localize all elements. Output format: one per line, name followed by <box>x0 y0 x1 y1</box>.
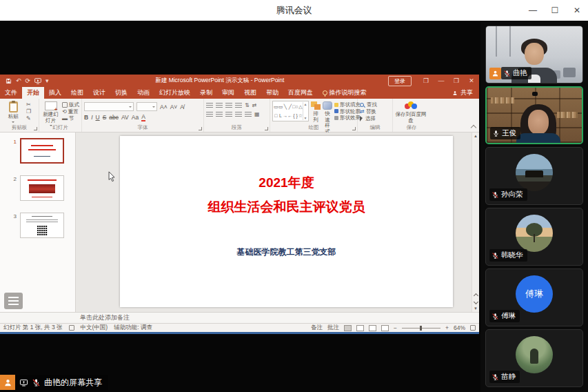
layout-button[interactable]: 版式 <box>62 102 79 108</box>
gallery-scroll[interactable]: ▲▼ <box>303 102 307 120</box>
save-icon[interactable] <box>6 78 12 84</box>
columns-icon[interactable] <box>245 112 252 117</box>
tab-view[interactable]: 视图 <box>239 87 261 99</box>
change-case-button[interactable]: Aa <box>132 114 139 121</box>
share-button[interactable]: 共享 <box>452 87 479 99</box>
tab-slideshow[interactable]: 幻灯片放映 <box>154 87 195 99</box>
spell-check-icon[interactable] <box>69 325 74 331</box>
previous-slide-icon[interactable] <box>473 293 478 298</box>
justify-icon[interactable] <box>235 112 242 117</box>
undo-icon[interactable]: ↶ <box>16 77 21 84</box>
scroll-up-icon[interactable]: ▲ <box>474 133 478 139</box>
tab-design[interactable]: 设计 <box>88 87 110 99</box>
comments-toggle[interactable]: 批注 <box>327 324 339 332</box>
shrink-font-icon[interactable]: A˅ <box>170 104 178 110</box>
ppt-close-icon[interactable]: ✕ <box>464 77 479 84</box>
underline-button[interactable]: U <box>96 114 100 121</box>
align-left-icon[interactable] <box>206 112 213 117</box>
tab-file[interactable]: 文件 <box>0 87 22 99</box>
slide[interactable]: 2021年度 组织生活会和民主评议党员 基础医学院教工第三党支部 <box>120 136 453 307</box>
zoom-level[interactable]: 64% <box>454 324 465 331</box>
reset-button[interactable]: ⟲重置 <box>62 109 79 115</box>
slide-title-line2[interactable]: 组织生活会和民主评议党员 <box>120 198 453 216</box>
participant-tile-miaojing[interactable]: 苗静 <box>485 329 583 387</box>
fit-to-window-icon[interactable] <box>470 325 476 331</box>
next-slide-icon[interactable] <box>473 300 478 304</box>
ribbon-display-options-icon[interactable]: ❐ <box>418 77 434 84</box>
qat-customize-icon[interactable]: ▾ <box>45 77 49 84</box>
zoom-out-icon[interactable]: − <box>394 324 397 331</box>
font-name-combobox[interactable] <box>84 102 134 111</box>
zoom-slider-thumb[interactable] <box>420 326 422 331</box>
shape-gallery[interactable]: ▭▭╲╱□○△ □L→←{}☆ ▲▼ <box>272 101 309 121</box>
save-to-baidu-button[interactable]: 保存到百度网盘 <box>395 101 427 124</box>
tab-record[interactable]: 录制 <box>195 87 217 99</box>
notes-toggle[interactable]: 备注 <box>311 324 323 332</box>
format-painter-icon[interactable]: ✎ <box>26 116 31 121</box>
participant-tile-sunxiangrong[interactable]: 孙向荣 <box>485 147 583 205</box>
tab-insert[interactable]: 插入 <box>44 87 66 99</box>
line-spacing-icon[interactable]: ⇅ <box>245 103 250 108</box>
numbering-icon[interactable] <box>216 103 223 108</box>
maximize-icon[interactable]: ☐ <box>544 0 566 21</box>
font-color-button[interactable]: A <box>141 113 145 121</box>
character-spacing-button[interactable]: AV <box>121 114 129 121</box>
vertical-scrollbar[interactable]: ▲ ▼ <box>472 133 479 312</box>
slide-sorter-view-icon[interactable] <box>356 325 364 331</box>
grow-font-icon[interactable]: A˄ <box>160 104 168 110</box>
font-size-combobox[interactable] <box>136 102 157 111</box>
reading-view-icon[interactable] <box>369 325 376 331</box>
find-button[interactable]: 查找 <box>360 102 377 108</box>
dialog-launcher-icon[interactable] <box>352 127 356 130</box>
copy-icon[interactable]: ❐ <box>26 109 31 115</box>
strikethrough-abc-button[interactable]: abc <box>109 114 119 121</box>
dialog-launcher-icon[interactable] <box>265 127 268 130</box>
close-icon[interactable]: ✕ <box>566 0 588 21</box>
ppt-restore-icon[interactable]: ❐ <box>449 77 464 84</box>
slide-thumbnail-1[interactable]: 1 <box>0 138 75 164</box>
shape-outline-button[interactable]: 形状轮廓 <box>334 109 361 115</box>
tab-animations[interactable]: 动画 <box>132 87 154 99</box>
slide-thumbnail-3[interactable]: 3 <box>0 213 75 238</box>
minimize-icon[interactable]: — <box>522 0 544 21</box>
slide-thumbnail-2[interactable]: 2 <box>0 175 75 201</box>
increase-indent-icon[interactable] <box>235 103 242 108</box>
zoom-slider[interactable] <box>402 328 440 329</box>
tab-baidu-netdisk[interactable]: 百度网盘 <box>283 87 318 99</box>
thumbnail-preview[interactable] <box>20 138 64 164</box>
select-button[interactable]: 选择 <box>360 116 377 121</box>
slideshow-icon[interactable] <box>34 78 41 84</box>
scroll-down-icon[interactable]: ▼ <box>474 305 478 312</box>
participant-tile-wangjun[interactable]: 王俊 <box>485 86 583 144</box>
bold-button[interactable]: B <box>84 114 88 121</box>
thumbnail-preview[interactable] <box>20 175 64 201</box>
arrange-button[interactable]: 排列 <box>311 101 321 123</box>
text-direction-icon[interactable]: ⇄ <box>252 103 257 108</box>
clear-format-icon[interactable]: A̸ <box>180 104 184 110</box>
tab-review[interactable]: 审阅 <box>217 87 239 99</box>
thumbnail-view-toggle-button[interactable] <box>4 293 23 309</box>
tab-draw[interactable]: 绘图 <box>66 87 88 99</box>
italic-button[interactable]: I <box>91 114 92 121</box>
tab-transitions[interactable]: 切换 <box>110 87 132 99</box>
login-button[interactable]: 登录 <box>388 76 412 86</box>
slideshow-view-icon[interactable] <box>381 325 389 331</box>
zoom-in-icon[interactable]: + <box>445 324 449 331</box>
collapse-ribbon-icon[interactable] <box>471 125 476 130</box>
strikethrough-button[interactable]: S <box>103 114 107 121</box>
participant-tile-quyan[interactable]: 曲艳 <box>485 26 583 84</box>
normal-view-icon[interactable] <box>344 325 352 331</box>
participant-tile-fulin[interactable]: 傅琳 傅琳 <box>485 268 583 326</box>
dialog-launcher-icon[interactable] <box>34 127 37 130</box>
bullets-icon[interactable] <box>206 103 213 108</box>
cut-icon[interactable]: ✂ <box>26 102 31 108</box>
align-right-icon[interactable] <box>225 112 232 117</box>
accessibility-status[interactable]: 辅助功能: 调查 <box>114 324 152 332</box>
thumbnail-preview[interactable] <box>20 213 64 238</box>
language-status[interactable]: 中文(中国) <box>81 324 108 332</box>
decrease-indent-icon[interactable] <box>225 103 232 108</box>
tab-tell-me[interactable]: 操作说明搜索 <box>318 87 372 99</box>
dialog-launcher-icon[interactable] <box>199 127 202 130</box>
slide-canvas[interactable]: 2021年度 组织生活会和民主评议党员 基础医学院教工第三党支部 ▲ ▼ <box>76 133 479 312</box>
section-button[interactable]: ▬节 <box>62 116 79 121</box>
